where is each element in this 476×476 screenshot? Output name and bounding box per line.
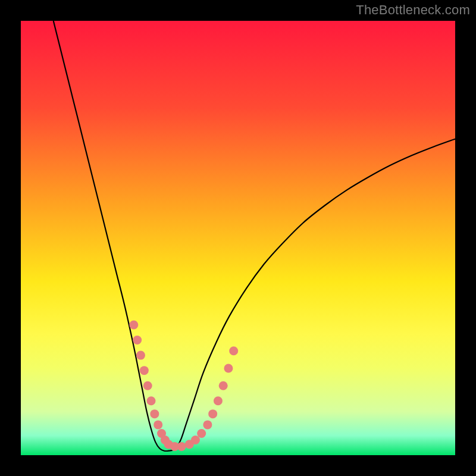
marker-dot xyxy=(143,381,152,390)
marker-dot xyxy=(208,409,217,418)
marker-dot xyxy=(154,420,162,429)
marker-dot xyxy=(191,436,200,444)
marker-dot xyxy=(147,396,156,405)
marker-dot xyxy=(177,442,186,451)
marker-dot xyxy=(219,381,228,390)
marker-dot xyxy=(133,336,142,345)
marker-dot xyxy=(229,346,238,355)
gradient-background xyxy=(21,21,455,455)
marker-dot xyxy=(214,396,223,405)
marker-dot xyxy=(140,366,149,375)
marker-dot xyxy=(197,429,206,438)
chart-frame: { "watermark": "TheBottleneck.com", "plo… xyxy=(0,0,476,476)
marker-dot xyxy=(224,364,233,373)
marker-dot xyxy=(136,351,145,360)
bottleneck-chart xyxy=(0,0,476,476)
marker-dot xyxy=(203,420,212,429)
marker-dot xyxy=(150,409,159,418)
marker-dot xyxy=(129,321,138,330)
